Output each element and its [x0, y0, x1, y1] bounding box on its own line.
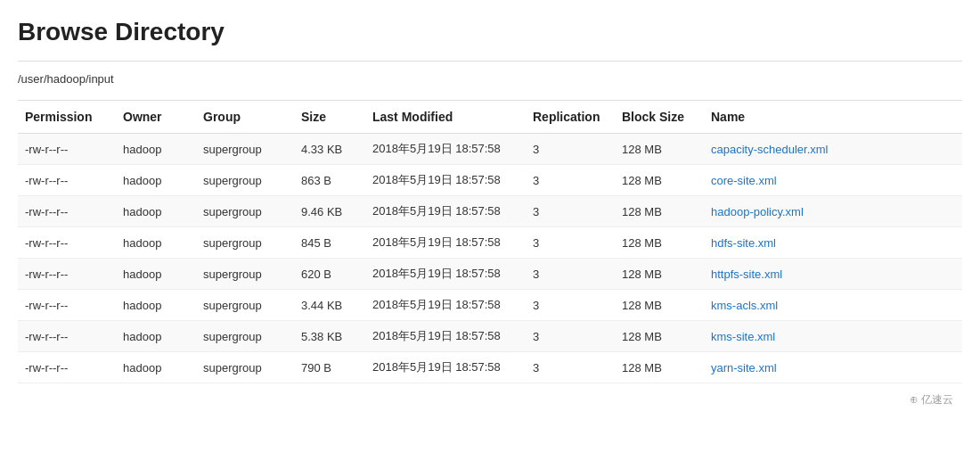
cell-name[interactable]: hdfs-site.xml [704, 227, 962, 259]
file-link[interactable]: hadoop-policy.xml [711, 205, 804, 218]
cell-group: supergroup [196, 134, 294, 165]
table-row: -rw-r--r--hadoopsupergroup845 B2018年5月19… [18, 227, 962, 259]
cell-owner: hadoop [116, 227, 196, 259]
cell-name[interactable]: httpfs-site.xml [704, 259, 962, 290]
cell-group: supergroup [196, 165, 294, 196]
header-size: Size [294, 101, 365, 134]
header-block-size: Block Size [615, 101, 704, 134]
cell-group: supergroup [196, 290, 294, 321]
file-link[interactable]: kms-site.xml [711, 330, 775, 343]
cell-block_size: 128 MB [615, 290, 704, 321]
cell-group: supergroup [196, 227, 294, 259]
cell-permission: -rw-r--r-- [18, 227, 116, 259]
cell-group: supergroup [196, 259, 294, 290]
cell-permission: -rw-r--r-- [18, 352, 116, 383]
table-row: -rw-r--r--hadoopsupergroup9.46 KB2018年5月… [18, 196, 962, 227]
table-row: -rw-r--r--hadoopsupergroup5.38 KB2018年5月… [18, 321, 962, 352]
cell-owner: hadoop [116, 134, 196, 165]
cell-permission: -rw-r--r-- [18, 259, 116, 290]
cell-last_modified: 2018年5月19日 18:57:58 [365, 165, 526, 196]
table-row: -rw-r--r--hadoopsupergroup4.33 KB2018年5月… [18, 134, 962, 165]
cell-name[interactable]: kms-site.xml [704, 321, 962, 352]
cell-name[interactable]: yarn-site.xml [704, 352, 962, 383]
cell-name[interactable]: hadoop-policy.xml [704, 196, 962, 227]
cell-owner: hadoop [116, 259, 196, 290]
cell-size: 4.33 KB [294, 134, 365, 165]
cell-last_modified: 2018年5月19日 18:57:58 [365, 134, 526, 165]
cell-last_modified: 2018年5月19日 18:57:58 [365, 196, 526, 227]
table-row: -rw-r--r--hadoopsupergroup3.44 KB2018年5月… [18, 290, 962, 321]
file-link[interactable]: capacity-scheduler.xml [711, 143, 829, 156]
cell-size: 5.38 KB [294, 321, 365, 352]
cell-replication: 3 [526, 227, 615, 259]
top-divider [18, 61, 962, 62]
header-name: Name [704, 101, 962, 134]
cell-owner: hadoop [116, 196, 196, 227]
cell-owner: hadoop [116, 321, 196, 352]
cell-size: 9.46 KB [294, 196, 365, 227]
header-permission: Permission [18, 101, 116, 134]
header-group: Group [196, 101, 294, 134]
cell-permission: -rw-r--r-- [18, 165, 116, 196]
table-row: -rw-r--r--hadoopsupergroup620 B2018年5月19… [18, 259, 962, 290]
cell-replication: 3 [526, 290, 615, 321]
header-last-modified: Last Modified [365, 101, 526, 134]
cell-replication: 3 [526, 165, 615, 196]
cell-replication: 3 [526, 321, 615, 352]
cell-permission: -rw-r--r-- [18, 321, 116, 352]
cell-block_size: 128 MB [615, 165, 704, 196]
cell-replication: 3 [526, 134, 615, 165]
file-link[interactable]: kms-acls.xml [711, 299, 778, 312]
table-header-row: Permission Owner Group Size Last Modifie… [18, 101, 962, 134]
cell-last_modified: 2018年5月19日 18:57:58 [365, 321, 526, 352]
cell-last_modified: 2018年5月19日 18:57:58 [365, 290, 526, 321]
page-title: Browse Directory [18, 18, 962, 46]
cell-block_size: 128 MB [615, 321, 704, 352]
page-container: Browse Directory /user/hadoop/input Perm… [0, 0, 980, 421]
cell-permission: -rw-r--r-- [18, 290, 116, 321]
cell-owner: hadoop [116, 290, 196, 321]
watermark: ⊕ 亿速云 [18, 383, 962, 412]
cell-size: 3.44 KB [294, 290, 365, 321]
cell-size: 863 B [294, 165, 365, 196]
file-table: Permission Owner Group Size Last Modifie… [18, 101, 962, 383]
cell-last_modified: 2018年5月19日 18:57:58 [365, 227, 526, 259]
cell-permission: -rw-r--r-- [18, 196, 116, 227]
cell-size: 845 B [294, 227, 365, 259]
cell-name[interactable]: capacity-scheduler.xml [704, 134, 962, 165]
cell-block_size: 128 MB [615, 196, 704, 227]
cell-owner: hadoop [116, 352, 196, 383]
cell-size: 620 B [294, 259, 365, 290]
cell-block_size: 128 MB [615, 227, 704, 259]
cell-group: supergroup [196, 196, 294, 227]
cell-block_size: 128 MB [615, 259, 704, 290]
file-link[interactable]: hdfs-site.xml [711, 236, 776, 250]
header-replication: Replication [526, 101, 615, 134]
cell-replication: 3 [526, 196, 615, 227]
cell-group: supergroup [196, 321, 294, 352]
file-link[interactable]: core-site.xml [711, 174, 777, 187]
cell-last_modified: 2018年5月19日 18:57:58 [365, 259, 526, 290]
cell-last_modified: 2018年5月19日 18:57:58 [365, 352, 526, 383]
cell-name[interactable]: core-site.xml [704, 165, 962, 196]
cell-permission: -rw-r--r-- [18, 134, 116, 165]
cell-replication: 3 [526, 259, 615, 290]
breadcrumb: /user/hadoop/input [18, 72, 962, 86]
cell-group: supergroup [196, 352, 294, 383]
file-link[interactable]: httpfs-site.xml [711, 268, 782, 281]
file-link[interactable]: yarn-site.xml [711, 361, 777, 375]
cell-replication: 3 [526, 352, 615, 383]
cell-name[interactable]: kms-acls.xml [704, 290, 962, 321]
cell-block_size: 128 MB [615, 352, 704, 383]
table-row: -rw-r--r--hadoopsupergroup790 B2018年5月19… [18, 352, 962, 383]
table-row: -rw-r--r--hadoopsupergroup863 B2018年5月19… [18, 165, 962, 196]
header-owner: Owner [116, 101, 196, 134]
cell-block_size: 128 MB [615, 134, 704, 165]
cell-size: 790 B [294, 352, 365, 383]
cell-owner: hadoop [116, 165, 196, 196]
